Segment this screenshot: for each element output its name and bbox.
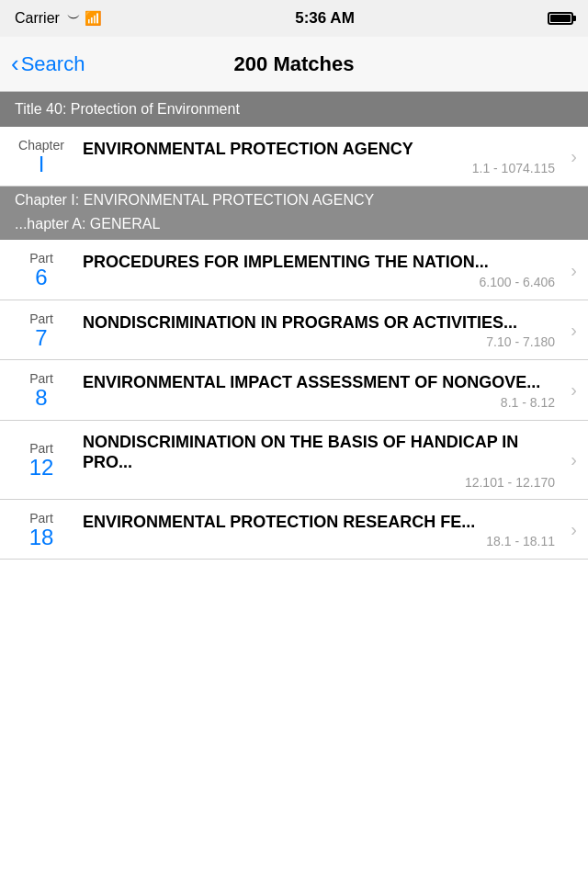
- wifi-icon: ︶ 📶: [67, 10, 102, 28]
- status-bar-time: 5:36 AM: [295, 9, 355, 28]
- nav-bar: ‹ Search 200 Matches: [0, 37, 588, 92]
- back-label: Search: [21, 52, 85, 76]
- item-type-label: Part: [0, 251, 83, 266]
- item-range: 1.1 - 1074.115: [83, 161, 555, 175]
- battery-fill: [550, 15, 571, 22]
- item-title: ENVIRONMENTAL IMPACT ASSESSMENT OF NONGO…: [83, 372, 555, 393]
- list-item[interactable]: Part 6 PROCEDURES FOR IMPLEMENTING THE N…: [0, 240, 588, 300]
- item-number: 7: [0, 326, 83, 350]
- item-type-label: Part: [0, 371, 83, 386]
- item-content: NONDISCRIMINATION IN PROGRAMS OR ACTIVIT…: [83, 312, 588, 350]
- item-range: 6.100 - 6.406: [83, 275, 555, 289]
- item-type-label: Part: [0, 511, 83, 526]
- status-bar-right: [548, 12, 573, 25]
- item-title: NONDISCRIMINATION ON THE BASIS OF HANDIC…: [83, 432, 555, 473]
- item-number-col: Part 18: [0, 511, 83, 549]
- chevron-right-icon: ›: [571, 259, 577, 280]
- item-number: 6: [0, 266, 83, 289]
- item-title: ENVIRONMENTAL PROTECTION AGENCY: [83, 139, 555, 160]
- item-number-col: Part 8: [0, 371, 83, 410]
- carrier-label: Carrier: [15, 10, 60, 27]
- list-item[interactable]: Part 12 NONDISCRIMINATION ON THE BASIS O…: [0, 421, 588, 500]
- back-button[interactable]: ‹ Search: [11, 52, 85, 76]
- item-number-col: Part 6: [0, 251, 83, 289]
- item-number-col: Part 7: [0, 311, 83, 350]
- item-type-label: Chapter: [0, 138, 83, 153]
- list-item[interactable]: Part 7 NONDISCRIMINATION IN PROGRAMS OR …: [0, 300, 588, 360]
- breadcrumb-subchapter: ...hapter A: GENERAL: [0, 214, 588, 240]
- item-number-col: Part 12: [0, 441, 83, 480]
- item-content: ENVIRONMENTAL PROTECTION RESEARCH FE... …: [83, 512, 588, 549]
- chevron-right-icon: ›: [571, 379, 577, 401]
- item-number: 12: [0, 456, 83, 480]
- page-title: 200 Matches: [234, 52, 355, 76]
- status-bar-left: Carrier ︶ 📶: [15, 10, 102, 28]
- item-title: PROCEDURES FOR IMPLEMENTING THE NATION..…: [83, 252, 555, 273]
- status-bar: Carrier ︶ 📶 5:36 AM: [0, 0, 588, 37]
- item-title: NONDISCRIMINATION IN PROGRAMS OR ACTIVIT…: [83, 312, 555, 334]
- chevron-right-icon: ›: [571, 146, 577, 167]
- chevron-right-icon: ›: [571, 518, 577, 539]
- item-number: I: [0, 153, 83, 176]
- items-list: Part 6 PROCEDURES FOR IMPLEMENTING THE N…: [0, 240, 588, 560]
- chevron-right-icon: ›: [571, 319, 577, 340]
- list-item[interactable]: Part 8 ENVIRONMENTAL IMPACT ASSESSMENT O…: [0, 360, 588, 420]
- item-content: ENVIRONMENTAL PROTECTION AGENCY 1.1 - 10…: [83, 139, 588, 176]
- section-header: Title 40: Protection of Environment: [0, 92, 588, 127]
- item-number-col: Chapter I: [0, 138, 83, 176]
- item-number: 8: [0, 386, 83, 410]
- chevron-right-icon: ›: [571, 449, 577, 470]
- breadcrumb-chapter: Chapter I: ENVIRONMENTAL PROTECTION AGEN…: [0, 187, 588, 214]
- item-range: 8.1 - 8.12: [83, 395, 555, 410]
- breadcrumb-subchapter-label: ...hapter A:: [15, 216, 85, 232]
- item-range: 18.1 - 18.11: [83, 534, 555, 548]
- breadcrumb-chapter-value: ENVIRONMENTAL PROTECTION AGENCY: [84, 192, 374, 208]
- list-item[interactable]: Chapter I ENVIRONMENTAL PROTECTION AGENC…: [0, 127, 588, 187]
- battery-icon: [548, 12, 573, 25]
- item-content: PROCEDURES FOR IMPLEMENTING THE NATION..…: [83, 252, 588, 289]
- item-type-label: Part: [0, 311, 83, 326]
- list-item[interactable]: Part 18 ENVIRONMENTAL PROTECTION RESEARC…: [0, 500, 588, 560]
- item-range: 12.101 - 12.170: [83, 475, 555, 490]
- item-title: ENVIRONMENTAL PROTECTION RESEARCH FE...: [83, 512, 555, 533]
- item-range: 7.10 - 7.180: [83, 334, 555, 349]
- breadcrumb-subchapter-value: GENERAL: [90, 216, 160, 232]
- item-content: ENVIRONMENTAL IMPACT ASSESSMENT OF NONGO…: [83, 372, 588, 410]
- item-type-label: Part: [0, 441, 83, 456]
- item-content: NONDISCRIMINATION ON THE BASIS OF HANDIC…: [83, 432, 588, 490]
- item-number: 18: [0, 526, 83, 549]
- breadcrumb-chapter-label: Chapter I:: [15, 192, 79, 208]
- back-chevron-icon: ‹: [11, 51, 19, 75]
